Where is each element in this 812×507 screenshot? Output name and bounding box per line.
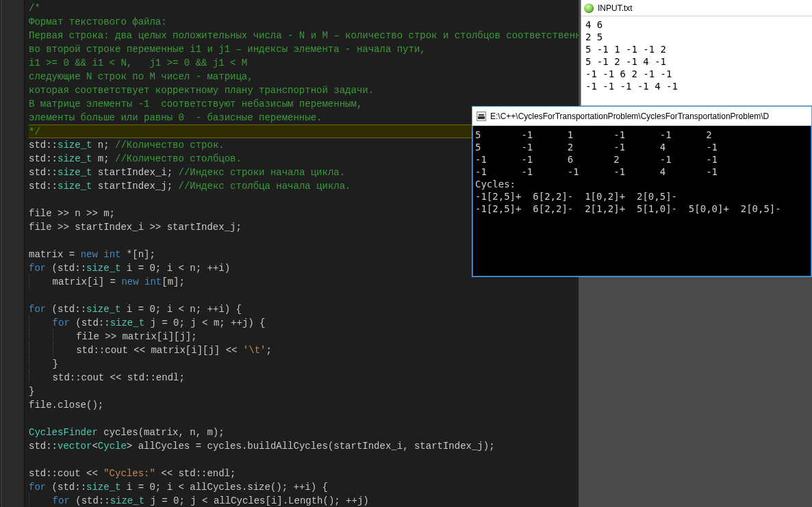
console-body[interactable]: 5 -1 1 -1 -1 2 5 -1 2 -1 4 -1 -1 -1 6 2 … [472,126,811,218]
code-line[interactable]: Формат текстового файла: [29,15,579,29]
code-line[interactable]: std::cout << matrix[i][j] << '\t'; [29,343,579,357]
code-line[interactable]: for (std::size_t i = 0; i < n; ++i) { [29,302,579,316]
code-line[interactable] [29,453,579,467]
console-title: E:\C++\CyclesForTransportationProblem\Cy… [490,112,769,121]
code-line[interactable]: std::vector<Cycle> allCycles = cycles.bu… [29,439,579,453]
code-line[interactable]: } [29,385,579,398]
console-app-icon [477,112,486,121]
console-window[interactable]: E:\C++\CyclesForTransportationProblem\Cy… [472,106,812,277]
code-line[interactable]: во второй строке переменные i1 и j1 – ин… [29,42,579,56]
code-line[interactable]: следующие N строк по M чисел - матрица, [29,70,579,83]
code-line[interactable]: CyclesFinder cycles(matrix, n, m); [29,426,579,439]
code-line[interactable] [29,289,579,302]
notepad-body[interactable]: 4 6 2 5 5 -1 1 -1 -1 2 5 -1 2 -1 4 -1 -1… [581,16,812,94]
fold-guide [1,0,5,507]
notepad-window[interactable]: INPUT.txt 4 6 2 5 5 -1 1 -1 -1 2 5 -1 2 … [581,0,812,106]
code-line[interactable]: std::cout << "Cycles:" << std::endl; [29,467,579,480]
code-line[interactable]: matrix[i] = new int[m]; [29,275,579,289]
code-line[interactable]: for (std::size_t i = 0; i < allCycles.si… [29,480,579,494]
code-line[interactable]: std::cout << std::endl; [29,371,579,385]
code-line[interactable]: for (std::size_t j = 0; j < allCycles[i]… [29,494,579,507]
code-line[interactable]: } [29,357,579,371]
code-line[interactable]: file >> matrix[i][j]; [29,330,579,343]
code-line[interactable] [29,412,579,426]
code-line[interactable]: Первая строка: два целых положительных ч… [29,29,579,42]
code-line[interactable]: file.close(); [29,398,579,412]
code-line[interactable]: /* [29,1,579,15]
code-line[interactable]: for (std::size_t j = 0; j < m; ++j) { [29,316,579,330]
editor-gutter [0,0,25,507]
notepad-titlebar[interactable]: INPUT.txt [581,0,812,16]
console-titlebar[interactable]: E:\C++\CyclesForTransportationProblem\Cy… [472,107,811,126]
code-line[interactable]: i1 >= 0 && i1 < N, j1 >= 0 && j1 < M [29,56,579,70]
notepad-app-icon [584,3,594,13]
notepad-title: INPUT.txt [598,3,633,13]
code-line[interactable]: которая соответствует корректному плану … [29,83,579,97]
